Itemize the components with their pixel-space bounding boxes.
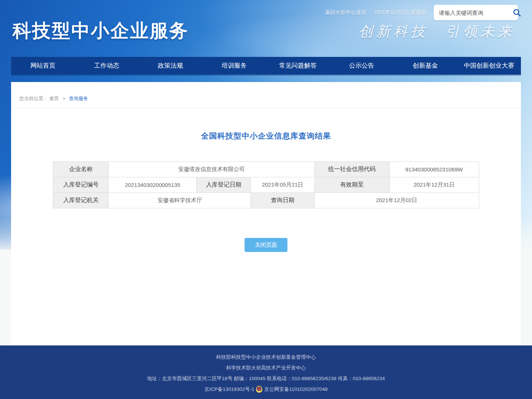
company-name-value: 安徽塔孜信息技术有限公司 [109,162,314,177]
top-utility-bar: 返回火炬中心首页 2021年12月2日 星期四 [325,4,518,21]
credit-code-label: 统一社会信用代码 [314,162,389,177]
nav-item-innovation-fund[interactable]: 创新基金 [393,57,457,75]
breadcrumb-home-link[interactable]: 首页 [50,96,59,101]
nav-item-training[interactable]: 培训服务 [202,57,266,75]
nav-item-announcements[interactable]: 公示公告 [330,57,394,75]
search-input[interactable] [439,10,512,16]
breadcrumb-divider [11,108,521,108]
current-date-text: 2021年12月2日 星期四 [374,9,426,16]
footer-org-line-1: 科技部科技型中小企业技术创新基金管理中心 [0,352,532,362]
page-footer: 科技部科技型中小企业技术创新基金管理中心 科学技术部火炬高技术产业开发中心 地址… [0,345,532,399]
table-row: 入库登记编号 202134030200005135 入库登记日期 2021年05… [53,177,479,193]
registration-date-value: 2021年05月21日 [251,177,314,193]
breadcrumb: 您当前位置： 首页 > 查询服务 [11,82,521,102]
query-date-label: 查询日期 [251,193,314,208]
site-logo-title: 科技型中小企业服务 [13,18,189,43]
breadcrumb-current-link[interactable]: 查询服务 [69,96,88,101]
table-row: 企业名称 安徽塔孜信息技术有限公司 统一社会信用代码 9134030008523… [53,162,479,177]
valid-until-label: 有效期至 [314,177,389,193]
registration-authority-label: 入库登记机关 [53,193,109,208]
nav-item-work-news[interactable]: 工作动态 [75,57,139,75]
breadcrumb-label: 您当前位置： [19,96,48,101]
registration-date-label: 入库登记日期 [197,177,251,193]
nav-item-home[interactable]: 网站首页 [11,57,75,75]
breadcrumb-separator: > [62,96,65,101]
police-badge-icon [256,386,262,393]
table-row: 入库登记机关 安徽省科学技术厅 查询日期 2021年12月02日 [53,193,479,208]
registration-no-label: 入库登记编号 [53,177,109,193]
company-name-label: 企业名称 [53,162,109,177]
main-navigation: 网站首页 工作动态 政策法规 培训服务 常见问题解答 公示公告 创新基金 中国创… [11,57,521,75]
page-title: 全国科技型中小企业信息库查询结果 [11,131,521,141]
content-panel: 您当前位置： 首页 > 查询服务 全国科技型中小企业信息库查询结果 企业名称 安… [11,82,521,345]
icp-number: 京ICP备13019302号-1 [204,384,254,395]
button-row: 关闭页面 [11,238,521,252]
keyword-search-box [434,5,518,20]
search-icon[interactable] [512,8,521,17]
torch-center-home-link[interactable]: 返回火炬中心首页 [325,9,366,16]
valid-until-value: 2021年12月31日 [389,177,479,193]
query-result-table: 企业名称 安徽塔孜信息技术有限公司 统一社会信用代码 9134030008523… [53,161,479,208]
police-registration-number: 京公网安备11010202007048 [264,384,328,395]
site-slogan: 创新科技 引领未来 [359,22,515,41]
nav-item-policies[interactable]: 政策法规 [139,57,202,75]
close-page-button[interactable]: 关闭页面 [245,238,287,252]
registration-no-value: 202134030200005135 [109,177,197,193]
nav-item-faq[interactable]: 常见问题解答 [266,57,330,75]
credit-code-value: 91340300085231069W [389,162,479,177]
nav-item-innovation-contest[interactable]: 中国创新创业大赛 [457,57,521,75]
footer-address-line: 地址：北京市西城区三里河二区甲18号 邮编：100045 联系电话：010-88… [0,373,532,384]
footer-icp-line: 京ICP备13019302号-1 京公网安备11010202007048 [0,384,532,395]
query-date-value: 2021年12月02日 [314,193,479,208]
registration-authority-value: 安徽省科学技术厅 [109,193,251,208]
footer-org-line-2: 科学技术部火炬高技术产业开发中心 [0,362,532,373]
